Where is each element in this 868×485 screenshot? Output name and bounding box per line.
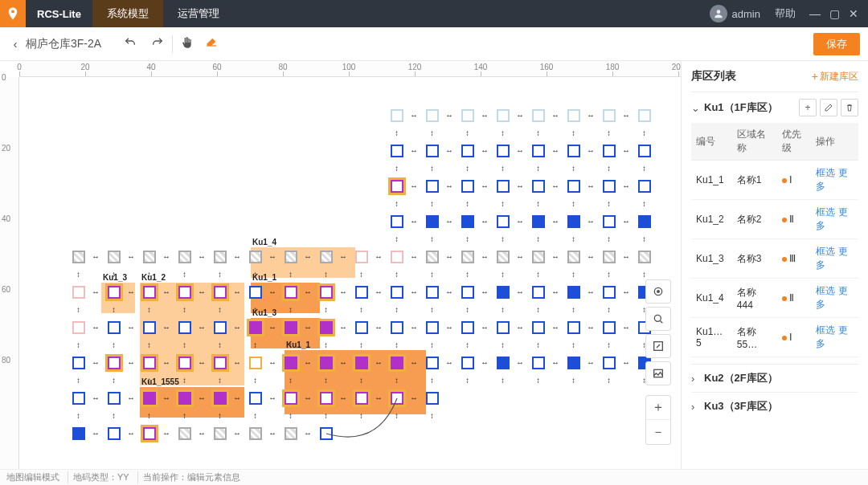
grid-node[interactable] xyxy=(461,357,474,369)
grid-node[interactable] xyxy=(214,392,227,405)
grid-node[interactable] xyxy=(567,180,580,193)
grid-node[interactable] xyxy=(603,180,616,193)
grid-node[interactable] xyxy=(72,286,85,299)
grid-node[interactable] xyxy=(178,427,191,440)
grid-node[interactable] xyxy=(391,109,403,122)
grid-node[interactable] xyxy=(355,251,368,263)
grid-node[interactable] xyxy=(391,215,403,228)
help-link[interactable]: 帮助 xyxy=(775,6,796,21)
grid-node[interactable] xyxy=(426,286,439,299)
grid-node[interactable] xyxy=(108,427,121,440)
grid-node[interactable] xyxy=(108,392,121,405)
grid-node[interactable] xyxy=(567,109,580,122)
window-minimize-icon[interactable]: — xyxy=(807,7,823,20)
nav-tab-ops[interactable]: 运营管理 xyxy=(163,0,234,27)
map-canvas[interactable]: Ku1_3 Ku1_2 Ku1_4 Ku1_1 Ku1_3 Ku1_1 Ku1_… xyxy=(19,77,681,469)
grid-node[interactable] xyxy=(426,251,439,263)
grid-node[interactable] xyxy=(285,392,297,405)
grid-node[interactable] xyxy=(249,286,262,299)
grid-node[interactable] xyxy=(391,357,403,369)
grid-node[interactable] xyxy=(143,251,156,263)
grid-node[interactable] xyxy=(143,357,156,369)
grid-node[interactable] xyxy=(497,180,510,193)
grid-node[interactable] xyxy=(603,286,616,299)
grid-node[interactable] xyxy=(426,321,439,334)
grid-node[interactable] xyxy=(426,180,439,193)
grid-node[interactable] xyxy=(108,357,121,369)
grid-node[interactable] xyxy=(532,286,545,299)
grid-node[interactable] xyxy=(603,251,616,263)
avatar-icon[interactable] xyxy=(710,5,727,22)
row-select-button[interactable]: 框选 xyxy=(816,206,835,218)
grid-node[interactable] xyxy=(426,215,439,228)
grid-node[interactable] xyxy=(461,321,474,334)
grid-node[interactable] xyxy=(391,180,403,193)
grid-node[interactable] xyxy=(497,251,510,263)
grid-node[interactable] xyxy=(143,321,156,334)
grid-node[interactable] xyxy=(603,109,616,122)
grid-node[interactable] xyxy=(567,215,580,228)
grid-node[interactable] xyxy=(72,392,85,405)
grid-node[interactable] xyxy=(178,286,191,299)
grid-node[interactable] xyxy=(178,357,191,369)
row-select-button[interactable]: 框选 xyxy=(816,285,835,296)
grid-node[interactable] xyxy=(532,109,545,122)
zone-edit-button[interactable] xyxy=(820,99,837,116)
grid-node[interactable] xyxy=(603,215,616,228)
grid-node[interactable] xyxy=(532,215,545,228)
grid-node[interactable] xyxy=(391,321,403,334)
grid-node[interactable] xyxy=(532,251,545,263)
grid-node[interactable] xyxy=(72,357,85,369)
grid-node[interactable] xyxy=(72,321,85,334)
grid-node[interactable] xyxy=(320,427,333,440)
grid-node[interactable] xyxy=(285,251,297,263)
grid-node[interactable] xyxy=(72,251,85,263)
new-zone-button[interactable]: +新建库区 xyxy=(812,70,858,84)
undo-button[interactable] xyxy=(124,36,137,51)
grid-node[interactable] xyxy=(285,357,297,369)
grid-node[interactable] xyxy=(567,321,580,334)
grid-node[interactable] xyxy=(638,145,651,157)
grid-node[interactable] xyxy=(426,109,439,122)
accordion-head-ku3[interactable]: › Ku3（3F库区） xyxy=(691,399,858,414)
grid-node[interactable] xyxy=(461,286,474,299)
grid-node[interactable] xyxy=(532,180,545,193)
save-button[interactable]: 保存 xyxy=(813,33,860,55)
grid-node[interactable] xyxy=(143,392,156,405)
grid-node[interactable] xyxy=(497,215,510,228)
accordion-head-ku2[interactable]: › Ku2（2F库区） xyxy=(691,371,858,385)
grid-node[interactable] xyxy=(249,427,262,440)
grid-node[interactable] xyxy=(285,321,297,334)
grid-node[interactable] xyxy=(214,321,227,334)
grid-node[interactable] xyxy=(143,427,156,440)
grid-node[interactable] xyxy=(108,251,121,263)
grid-node[interactable] xyxy=(355,357,368,369)
grid-node[interactable] xyxy=(638,109,651,122)
grid-node[interactable] xyxy=(355,392,368,405)
zoom-out-button[interactable]: － xyxy=(646,420,670,444)
eraser-tool-button[interactable] xyxy=(205,36,218,51)
username[interactable]: admin xyxy=(732,8,760,20)
grid-node[interactable] xyxy=(214,286,227,299)
grid-node[interactable] xyxy=(178,251,191,263)
grid-node[interactable] xyxy=(461,109,474,122)
grid-node[interactable] xyxy=(567,251,580,263)
grid-node[interactable] xyxy=(320,392,333,405)
grid-node[interactable] xyxy=(320,251,333,263)
grid-node[interactable] xyxy=(497,321,510,334)
grid-node[interactable] xyxy=(320,357,333,369)
grid-node[interactable] xyxy=(532,357,545,369)
grid-node[interactable] xyxy=(461,180,474,193)
grid-node[interactable] xyxy=(603,357,616,369)
grid-node[interactable] xyxy=(355,321,368,334)
grid-node[interactable] xyxy=(497,109,510,122)
grid-node[interactable] xyxy=(214,427,227,440)
tool-search-button[interactable] xyxy=(645,307,671,331)
tool-image-button[interactable] xyxy=(645,361,671,385)
table-row[interactable]: Ku1_3名称3Ⅲ框选更多 xyxy=(691,239,858,279)
grid-node[interactable] xyxy=(638,215,651,228)
row-select-button[interactable]: 框选 xyxy=(816,167,835,178)
window-close-icon[interactable]: ✕ xyxy=(845,7,862,20)
grid-node[interactable] xyxy=(320,286,333,299)
grid-node[interactable] xyxy=(638,180,651,193)
